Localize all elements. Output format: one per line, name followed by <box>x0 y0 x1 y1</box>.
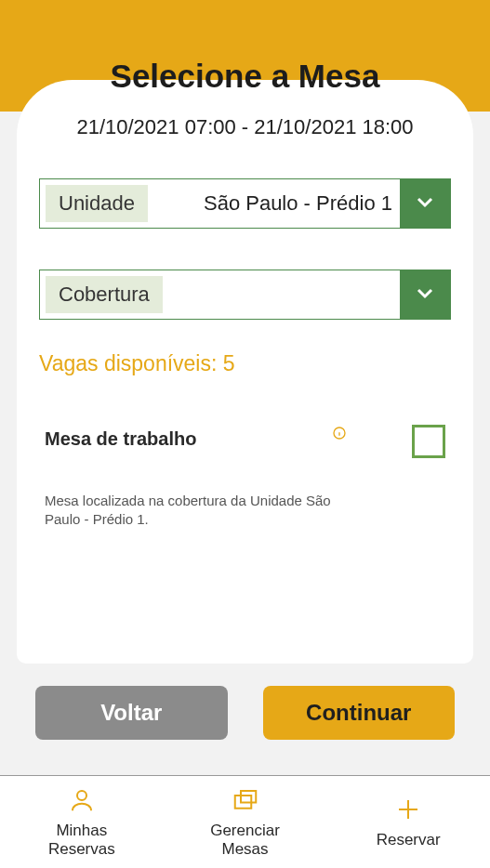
desk-item: Mesa de trabalho Mesa localizada na cobe… <box>39 419 451 530</box>
back-button[interactable]: Voltar <box>35 686 228 740</box>
floor-select-chevron[interactable] <box>400 270 450 319</box>
continue-button[interactable]: Continuar <box>263 686 456 740</box>
desk-item-description: Mesa localizada na cobertura da Unidade … <box>45 492 333 530</box>
svg-rect-5 <box>241 791 256 803</box>
main-card: 21/10/2021 07:00 - 21/10/2021 18:00 Unid… <box>17 80 473 664</box>
plus-icon <box>394 796 422 831</box>
action-bar: Voltar Continuar <box>0 664 490 740</box>
nav-manage-tables[interactable]: GerenciarMesas <box>164 776 327 868</box>
date-range: 21/10/2021 07:00 - 21/10/2021 18:00 <box>39 115 451 139</box>
desk-item-title: Mesa de trabalho <box>45 428 196 450</box>
available-slots: Vagas disponíveis: 5 <box>39 351 451 376</box>
nav-label: MinhasReservas <box>48 822 115 858</box>
svg-point-3 <box>77 791 86 800</box>
chevron-down-icon <box>414 282 436 308</box>
nav-label: Reservar <box>377 831 441 849</box>
floor-select[interactable]: Cobertura <box>39 270 451 320</box>
floor-select-value <box>163 270 400 319</box>
page-title: Selecione a Mesa <box>0 0 490 95</box>
nav-reserve[interactable]: Reservar <box>326 776 490 868</box>
bottom-nav: MinhasReservas GerenciarMesas Reservar <box>0 775 490 868</box>
nav-label: GerenciarMesas <box>210 822 280 858</box>
unit-select-value: São Paulo - Prédio 1 <box>148 179 400 228</box>
tables-icon <box>232 786 259 822</box>
desk-item-checkbox[interactable] <box>412 425 445 458</box>
unit-select[interactable]: Unidade São Paulo - Prédio 1 <box>39 178 451 229</box>
person-icon <box>68 786 96 822</box>
info-icon[interactable] <box>332 426 347 441</box>
unit-select-chevron[interactable] <box>400 179 450 228</box>
chevron-down-icon <box>414 191 436 217</box>
floor-select-label: Cobertura <box>46 276 163 313</box>
nav-my-reservations[interactable]: MinhasReservas <box>0 776 164 868</box>
unit-select-label: Unidade <box>46 185 148 222</box>
